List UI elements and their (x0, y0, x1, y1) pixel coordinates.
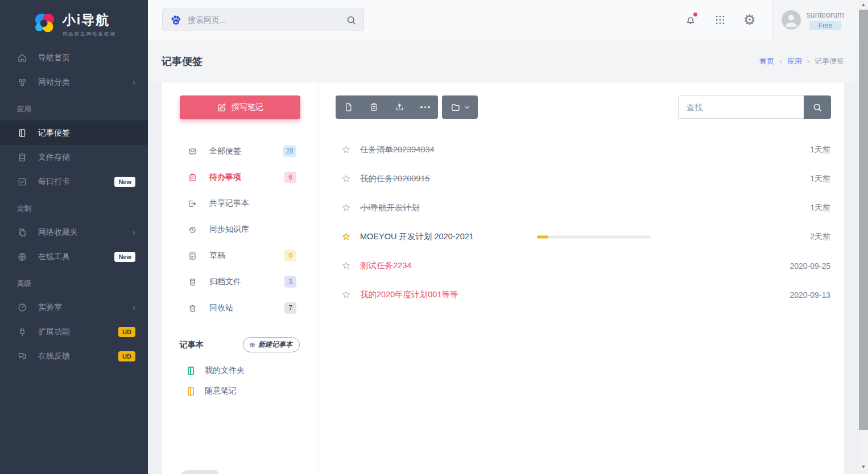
sidebar-item-online-tools[interactable]: 在线工具 New (0, 244, 148, 269)
category-shared-notebooks[interactable]: 共享记事本 (162, 190, 318, 217)
ellipsis-icon (420, 106, 430, 109)
star-icon[interactable] (341, 261, 351, 271)
note-title[interactable]: 我的任务20200915 (360, 173, 430, 184)
web-search-box[interactable]: du (162, 9, 364, 31)
count-badge: 0 (284, 250, 296, 261)
scrollbar-thumb[interactable] (859, 10, 868, 430)
edit-icon (217, 103, 226, 113)
note-row[interactable]: 我的任务20200915 1天前 (319, 164, 844, 193)
star-icon[interactable] (341, 145, 351, 155)
sidebar-nav: 导航首页 网站分类 › 应用 记事便签 文件存储 每日打卡 New 定制 (0, 45, 148, 368)
compose-note-button[interactable]: 撰写笔记 (180, 95, 300, 119)
note-title[interactable]: 任务清单202394034 (360, 144, 435, 155)
sidebar-item-home[interactable]: 导航首页 (0, 45, 148, 70)
note-title[interactable]: MOEYOU 开发计划 2020-2021 (360, 231, 474, 242)
checkin-icon (17, 177, 27, 187)
category-drafts[interactable]: 草稿 0 (162, 243, 318, 269)
brand-logo[interactable]: 小i导航 精品独立网站全收藏 (0, 0, 148, 43)
user-name: sunteorum (807, 10, 844, 19)
inbox-icon (188, 147, 197, 156)
notebook-list: 我的文件夹 随意笔记 (162, 360, 318, 401)
chevron-right-icon: › (133, 78, 135, 87)
notifications-bell-icon[interactable] (683, 13, 698, 27)
sidebar-item-daily-checkin[interactable]: 每日打卡 New (0, 169, 148, 194)
star-icon[interactable] (341, 290, 351, 300)
notes-card: 撰写笔记 全部便签 28 待办事项 6 (162, 82, 844, 474)
apps-grid-icon[interactable] (713, 13, 728, 27)
archive-icon (188, 277, 197, 287)
user-plan-badge: Free (809, 21, 842, 30)
find-input[interactable] (678, 95, 804, 119)
home-icon (17, 53, 27, 63)
note-row[interactable]: 任务清单202394034 1天前 (319, 135, 844, 164)
svg-text:du: du (174, 20, 178, 24)
category-icon (17, 77, 27, 88)
star-icon[interactable] (341, 174, 351, 184)
main-area: du ⚙ sunteorum (148, 0, 859, 474)
brand-swirl-icon (32, 11, 57, 36)
note-title[interactable]: 测试任务2234 (360, 260, 411, 271)
find-box (678, 95, 831, 119)
scroll-up-arrow[interactable]: ▲ (859, 0, 868, 10)
upload-button[interactable] (387, 95, 412, 119)
category-trash[interactable]: 回收站 7 (162, 295, 318, 321)
note-row[interactable]: 我的2020年度计划001等等 2020-09-13 (319, 280, 844, 309)
settings-gear-icon[interactable]: ⚙ (742, 13, 757, 27)
note-date: 1天前 (810, 203, 830, 213)
sidebar-item-file-storage[interactable]: 文件存储 (0, 145, 148, 169)
category-sync-knowledge[interactable]: 同步知识库 (162, 217, 318, 243)
web-search-input[interactable] (188, 15, 346, 24)
breadcrumb-home[interactable]: 首页 (759, 56, 774, 66)
avatar (782, 10, 801, 30)
collection-icon (17, 227, 27, 238)
chevron-right-icon: › (807, 57, 809, 65)
feedback-icon (17, 351, 27, 361)
sidebar-item-web-collections[interactable]: 网络收藏夹 › (0, 220, 148, 244)
note-list: 任务清单202394034 1天前 我的任务20200915 1天前 小i导航开… (319, 135, 844, 309)
brand-subtitle: 精品独立网站全收藏 (63, 31, 117, 37)
user-panel[interactable]: sunteorum Free (772, 0, 859, 40)
breadcrumb-apps[interactable]: 应用 (787, 56, 802, 66)
new-badge: New (114, 177, 135, 187)
trash-icon (188, 303, 197, 313)
count-badge: 6 (284, 172, 296, 183)
document-icon (188, 251, 197, 261)
brand-title: 小i导航 (63, 11, 117, 29)
note-date: 2020-09-13 (790, 290, 830, 300)
note-row[interactable]: 小i导航开发计划 1天前 (319, 193, 844, 222)
notebook-casual-notes[interactable]: 随意笔记 (162, 381, 318, 401)
scroll-down-arrow[interactable]: ▼ (859, 462, 868, 472)
folder-icon (450, 102, 461, 113)
sidebar-section-custom: 定制 (0, 197, 148, 220)
category-todo[interactable]: 待办事项 6 (162, 164, 318, 190)
star-icon[interactable] (341, 203, 351, 213)
note-row[interactable]: 测试任务2234 2020-09-25 (319, 251, 844, 280)
sidebar-item-feedback[interactable]: 在线反馈 UD (0, 344, 148, 368)
sidebar-item-lab[interactable]: 实验室 › (0, 295, 148, 319)
notification-dot (693, 13, 697, 16)
sidebar-item-notes[interactable]: 记事便签 (0, 120, 148, 145)
category-all-notes[interactable]: 全部便签 28 (162, 138, 318, 164)
page-header: 记事便签 首页 › 应用 › 记事便签 (148, 40, 859, 82)
app-window: 小i导航 精品独立网站全收藏 导航首页 网站分类 › 应用 记事便签 文件存储 (0, 0, 859, 474)
note-row[interactable]: MOEYOU 开发计划 2020-2021 2天前 (319, 222, 844, 251)
star-icon[interactable] (341, 232, 351, 242)
folder-filter-button[interactable] (442, 95, 478, 119)
search-icon[interactable] (346, 15, 357, 26)
sidebar-item-site-categories[interactable]: 网站分类 › (0, 70, 148, 94)
new-note-button[interactable] (336, 95, 361, 119)
new-notebook-button[interactable]: ⊕ 新建记事本 (243, 337, 300, 352)
paste-clipboard-button[interactable] (361, 95, 387, 119)
sidebar-item-extensions[interactable]: 扩展功能 UD (0, 319, 148, 344)
notebook-my-folder[interactable]: 我的文件夹 (162, 360, 318, 381)
category-archived[interactable]: 归档文件 3 (162, 269, 318, 295)
browser-scrollbar[interactable]: ▲ ▼ (859, 0, 868, 474)
ud-badge: UD (118, 327, 135, 337)
plugin-icon (17, 327, 27, 337)
note-title[interactable]: 小i导航开发计划 (360, 202, 420, 213)
more-actions-button[interactable] (412, 95, 438, 119)
search-icon (812, 102, 822, 113)
find-button[interactable] (804, 95, 831, 119)
notes-list-area: 任务清单202394034 1天前 我的任务20200915 1天前 小i导航开… (319, 82, 844, 474)
note-title[interactable]: 我的2020年度计划001等等 (360, 289, 458, 300)
